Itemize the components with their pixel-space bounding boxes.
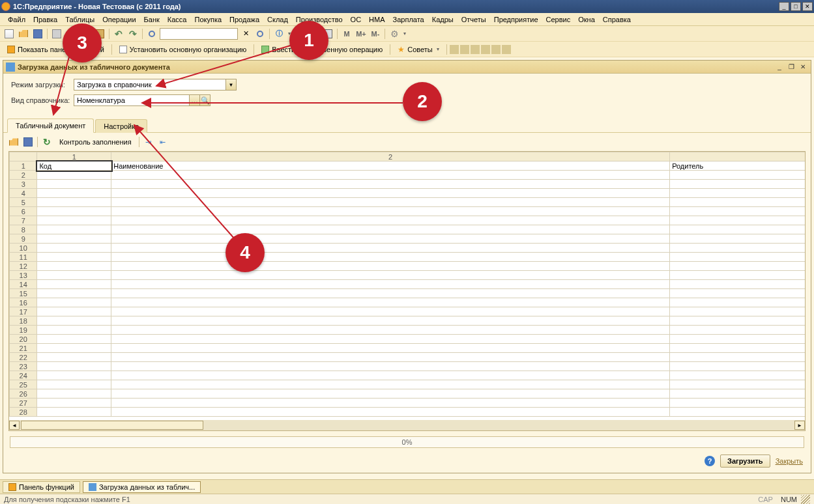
- menu-os[interactable]: ОС: [347, 14, 366, 25]
- set-org-button[interactable]: Установить основную организацию: [115, 43, 252, 56]
- cell[interactable]: [670, 253, 805, 262]
- mem-mplus-button[interactable]: M+: [355, 28, 368, 40]
- maximize-button[interactable]: □: [791, 2, 801, 11]
- cell[interactable]: [37, 262, 111, 271]
- cell[interactable]: [111, 216, 670, 225]
- chart-icon[interactable]: [297, 29, 306, 38]
- horizontal-scrollbar[interactable]: ◄ ►: [9, 420, 805, 430]
- cell[interactable]: [111, 389, 670, 399]
- cell[interactable]: [37, 380, 111, 389]
- tab-settings[interactable]: Настройка: [95, 119, 147, 133]
- search-go-icon[interactable]: [254, 28, 267, 40]
- cell[interactable]: [670, 280, 805, 289]
- col-header[interactable]: 3: [670, 152, 805, 161]
- menu-cash[interactable]: Касса: [164, 14, 191, 25]
- cell[interactable]: [37, 234, 111, 244]
- cell[interactable]: [37, 280, 111, 289]
- cell[interactable]: [37, 216, 111, 225]
- cell[interactable]: [670, 225, 805, 234]
- menu-windows[interactable]: Окна: [574, 14, 599, 25]
- cell[interactable]: [670, 171, 805, 180]
- control-fill-button[interactable]: Контроль заполнения: [55, 135, 136, 148]
- cell[interactable]: [111, 244, 670, 253]
- cell[interactable]: [37, 180, 111, 189]
- task-doc-button[interactable]: Загрузка данных из таблич...: [83, 481, 201, 493]
- menu-edit[interactable]: Правка: [29, 14, 61, 25]
- row-header[interactable]: 7: [10, 216, 37, 225]
- row-header[interactable]: 28: [10, 408, 37, 417]
- cell[interactable]: [670, 380, 805, 389]
- sheet-save-icon[interactable]: [22, 136, 35, 148]
- show-panel-button[interactable]: Показать панель функций: [3, 43, 109, 56]
- menu-personnel[interactable]: Кадры: [428, 14, 458, 25]
- row-header[interactable]: 5: [10, 198, 37, 207]
- row-header[interactable]: 4: [10, 189, 37, 198]
- redo-icon[interactable]: ↷: [126, 28, 139, 40]
- row-header[interactable]: 21: [10, 344, 37, 353]
- cell[interactable]: [111, 189, 670, 198]
- row-header[interactable]: 20: [10, 335, 37, 344]
- cell[interactable]: [111, 316, 670, 326]
- cell[interactable]: [37, 371, 111, 380]
- cell[interactable]: [37, 307, 111, 316]
- search-clear-icon[interactable]: ✕: [239, 28, 252, 40]
- cell[interactable]: [111, 380, 670, 389]
- cell[interactable]: [37, 344, 111, 353]
- mode-combo[interactable]: Загрузка в справочник ▼: [74, 79, 237, 91]
- row-header[interactable]: 16: [10, 298, 37, 307]
- cell[interactable]: [111, 307, 670, 316]
- cell[interactable]: [670, 289, 805, 298]
- row-header[interactable]: 10: [10, 244, 37, 253]
- cell[interactable]: [111, 253, 670, 262]
- cell[interactable]: [111, 280, 670, 289]
- cell[interactable]: [670, 180, 805, 189]
- cell[interactable]: Код: [37, 161, 111, 171]
- a6-icon[interactable]: [502, 45, 511, 54]
- sheet-open-icon[interactable]: [7, 136, 20, 148]
- menu-tables[interactable]: Таблицы: [61, 14, 98, 25]
- cell[interactable]: [670, 207, 805, 216]
- menu-nma[interactable]: НМА: [365, 14, 388, 25]
- ref-combo[interactable]: Номенклатура … 🔍: [74, 94, 211, 106]
- cell[interactable]: [37, 399, 111, 408]
- mem-mminus-button[interactable]: M-: [369, 28, 382, 40]
- cell[interactable]: [670, 198, 805, 207]
- cell[interactable]: [111, 298, 670, 307]
- new-icon[interactable]: [3, 28, 16, 40]
- close-button[interactable]: ✕: [802, 2, 813, 11]
- cell[interactable]: [111, 234, 670, 244]
- cell[interactable]: [670, 371, 805, 380]
- row-header[interactable]: 26: [10, 389, 37, 399]
- doc-minimize-button[interactable]: _: [774, 63, 785, 72]
- spreadsheet[interactable]: 123451КодНаименованиеРодительАртикулПолн…: [8, 151, 806, 431]
- menu-reports[interactable]: Отчеты: [458, 14, 490, 25]
- cell[interactable]: [37, 207, 111, 216]
- row-header[interactable]: 11: [10, 253, 37, 262]
- cell[interactable]: [111, 198, 670, 207]
- ref-ellipsis-icon[interactable]: …: [189, 95, 199, 105]
- a3-icon[interactable]: [471, 45, 480, 54]
- cell[interactable]: [111, 362, 670, 371]
- cell[interactable]: [670, 326, 805, 335]
- menu-production[interactable]: Производство: [292, 14, 347, 25]
- cell[interactable]: [670, 408, 805, 417]
- cell[interactable]: [670, 262, 805, 271]
- cell[interactable]: [37, 253, 111, 262]
- a5-icon[interactable]: [491, 45, 501, 54]
- row-header[interactable]: 19: [10, 326, 37, 335]
- cell[interactable]: [111, 399, 670, 408]
- mem-m-button[interactable]: M: [340, 28, 353, 40]
- cell[interactable]: [111, 408, 670, 417]
- cell[interactable]: [37, 316, 111, 326]
- a2-icon[interactable]: [460, 45, 469, 54]
- print-icon[interactable]: [50, 28, 63, 40]
- cell[interactable]: [670, 335, 805, 344]
- cell[interactable]: [670, 216, 805, 225]
- menu-enterprise[interactable]: Предприятие: [490, 14, 542, 25]
- cell[interactable]: [37, 298, 111, 307]
- minimize-button[interactable]: _: [779, 2, 789, 11]
- cell[interactable]: [37, 326, 111, 335]
- cell[interactable]: [111, 271, 670, 280]
- menu-file[interactable]: Файл: [4, 14, 29, 25]
- menu-warehouse[interactable]: Склад: [263, 14, 292, 25]
